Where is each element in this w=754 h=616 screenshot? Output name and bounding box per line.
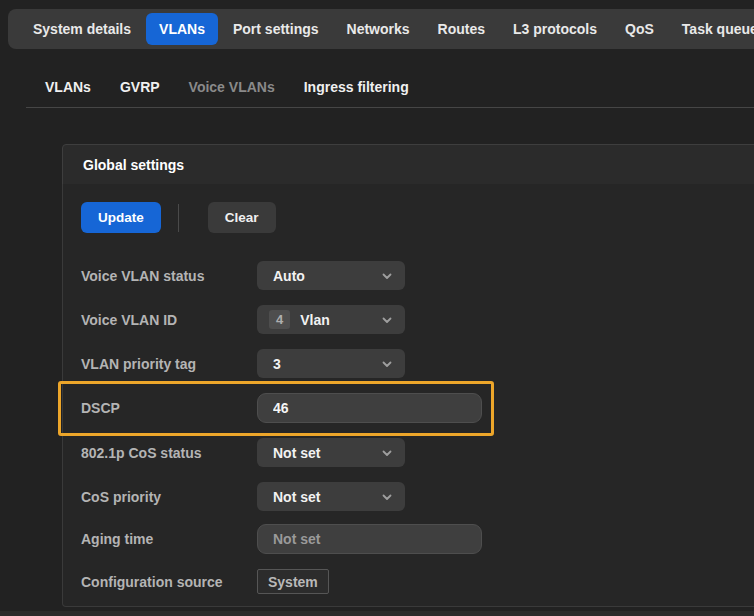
row-vlan-priority-tag: VLAN priority tag 3 [81,349,754,378]
cos-priority-select[interactable]: Not set [257,482,405,511]
vlan-id-badge: 4 [269,310,290,329]
chevron-down-icon [381,270,393,282]
voice-vlan-status-select[interactable]: Auto [257,261,405,290]
row-voice-vlan-status: Voice VLAN status Auto [81,261,754,290]
main-nav-bar: System details VLANs Port settings Netwo… [8,9,754,49]
field-label: DSCP [81,400,257,416]
subtab-gvrp[interactable]: GVRP [120,79,160,95]
update-button[interactable]: Update [81,202,161,233]
tab-routes[interactable]: Routes [425,13,498,45]
vlan-sub-tabs: VLANs GVRP Voice VLANs Ingress filtering [45,79,409,95]
selected-value: Not set [273,489,381,505]
row-voice-vlan-id: Voice VLAN ID 4 Vlan [81,305,754,334]
sub-tabs-divider [26,107,754,108]
field-label: CoS priority [81,489,257,505]
row-configuration-source: Configuration source System [81,567,754,596]
tab-l3-protocols[interactable]: L3 protocols [500,13,610,45]
dscp-input[interactable] [257,393,482,423]
clear-button[interactable]: Clear [208,202,276,233]
tab-port-settings[interactable]: Port settings [220,13,332,45]
button-divider [178,204,179,232]
action-buttons-row: Update Clear [81,202,754,233]
vlan-priority-tag-select[interactable]: 3 [257,349,405,378]
tab-vlans[interactable]: VLANs [146,13,218,45]
cos-status-select[interactable]: Not set [257,438,405,467]
subtab-vlans[interactable]: VLANs [45,79,91,95]
chevron-down-icon [381,314,393,326]
field-label: Aging time [81,531,257,547]
tab-system-details[interactable]: System details [20,13,144,45]
row-dscp: DSCP [81,393,754,423]
next-section-strip [0,611,754,616]
configuration-source-badge: System [257,569,329,594]
chevron-down-icon [381,447,393,459]
selected-value: Not set [273,445,381,461]
aging-time-input[interactable] [257,524,482,554]
card-title: Global settings [83,157,184,173]
selected-value: Auto [273,268,381,284]
field-label: VLAN priority tag [81,356,257,372]
global-settings-header: Global settings [62,144,754,185]
chevron-down-icon [381,491,393,503]
tab-qos[interactable]: QoS [612,13,667,45]
row-aging-time: Aging time [81,524,754,553]
selected-value: 3 [273,356,381,372]
voice-vlan-id-select[interactable]: 4 Vlan [257,305,405,334]
global-settings-body: Update Clear Voice VLAN status Auto Voic… [62,184,754,607]
tab-task-queue[interactable]: Task queue [669,13,754,45]
field-label: 802.1p CoS status [81,445,257,461]
row-cos-status: 802.1p CoS status Not set [81,438,754,467]
field-label: Voice VLAN ID [81,312,257,328]
field-label: Configuration source [81,574,257,590]
tab-networks[interactable]: Networks [334,13,423,45]
subtab-ingress-filtering[interactable]: Ingress filtering [304,79,409,95]
row-cos-priority: CoS priority Not set [81,482,754,511]
field-label: Voice VLAN status [81,268,257,284]
selected-value: Vlan [300,312,381,328]
chevron-down-icon [381,358,393,370]
subtab-voice-vlans[interactable]: Voice VLANs [189,79,275,95]
